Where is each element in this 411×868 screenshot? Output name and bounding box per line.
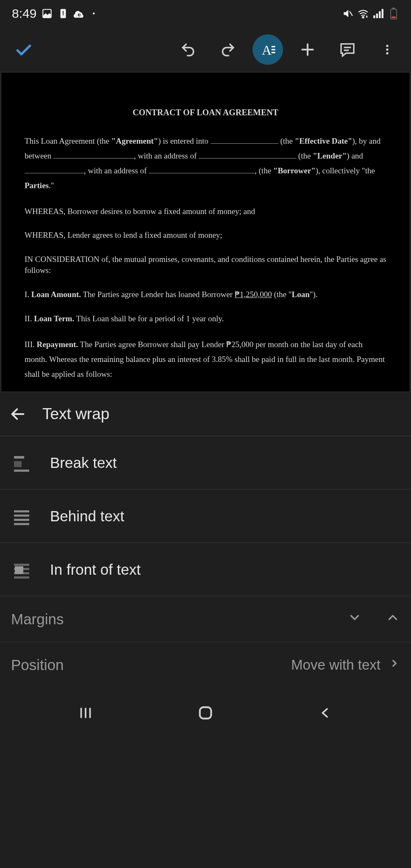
svg-rect-11 xyxy=(392,8,395,9)
image-icon xyxy=(42,8,53,19)
option-behind-text[interactable]: Behind text xyxy=(0,490,411,543)
position-value: Move with text xyxy=(291,657,380,673)
svg-rect-31 xyxy=(14,523,29,525)
svg-point-21 xyxy=(386,45,389,47)
svg-text:A: A xyxy=(262,43,272,58)
svg-point-23 xyxy=(386,52,389,55)
svg-rect-12 xyxy=(392,17,395,18)
option-label: Break text xyxy=(50,454,117,471)
decrease-button[interactable] xyxy=(347,610,362,628)
svg-rect-26 xyxy=(14,461,22,467)
doc-section-3: III. Repayment. The Parties agree Borrow… xyxy=(25,337,386,381)
svg-rect-6 xyxy=(373,15,375,18)
signal-icon xyxy=(373,8,384,19)
document-canvas[interactable]: CONTRACT OF LOAN AGREEMENT This Loan Agr… xyxy=(1,72,410,392)
recents-button[interactable] xyxy=(69,702,103,723)
svg-rect-28 xyxy=(14,510,29,512)
back-button[interactable] xyxy=(9,406,26,423)
behind-text-icon xyxy=(11,506,32,527)
svg-point-5 xyxy=(362,17,364,18)
more-button[interactable] xyxy=(372,34,403,65)
done-button[interactable] xyxy=(8,34,39,65)
comment-button[interactable] xyxy=(332,34,363,65)
battery-icon xyxy=(388,8,399,19)
break-text-icon xyxy=(11,452,32,473)
doc-section-2: II. Loan Term. This Loan shall be for a … xyxy=(25,313,386,325)
position-label: Position xyxy=(11,657,64,673)
margins-row[interactable]: Margins xyxy=(0,596,411,642)
status-left: 8:49 ! • xyxy=(12,6,95,21)
svg-rect-40 xyxy=(200,707,211,719)
svg-rect-7 xyxy=(376,14,378,18)
sheet-title: Text wrap xyxy=(42,405,109,423)
doc-title: CONTRACT OF LOAN AGREEMENT xyxy=(25,106,386,118)
svg-text:!: ! xyxy=(62,9,64,17)
editor-toolbar: A xyxy=(0,27,411,72)
svg-rect-29 xyxy=(14,515,29,517)
redo-button[interactable] xyxy=(213,34,243,65)
wifi-icon xyxy=(358,8,369,19)
in-front-text-icon xyxy=(11,559,32,580)
option-break-text[interactable]: Break text xyxy=(0,436,411,490)
svg-rect-25 xyxy=(14,456,24,459)
mute-icon xyxy=(342,8,353,19)
option-label: In front of text xyxy=(50,561,141,578)
undo-button[interactable] xyxy=(173,34,203,65)
status-bar: 8:49 ! • xyxy=(0,0,411,27)
svg-rect-9 xyxy=(382,9,383,18)
svg-rect-36 xyxy=(15,566,23,574)
navigation-bar xyxy=(0,688,411,738)
back-nav-button[interactable] xyxy=(308,702,342,723)
home-button[interactable] xyxy=(189,702,222,723)
position-row[interactable]: Position Move with text xyxy=(0,642,411,688)
margins-label: Margins xyxy=(11,611,64,628)
option-in-front-of-text[interactable]: In front of text xyxy=(0,543,411,596)
svg-rect-35 xyxy=(14,576,29,579)
svg-rect-30 xyxy=(14,519,29,521)
doc-section-1: I. Loan Amount. The Parties agree Lender… xyxy=(25,289,386,300)
status-time: 8:49 xyxy=(12,6,36,21)
doc-whereas1: WHEREAS, Borrower desires to borrow a fi… xyxy=(25,206,386,217)
alert-icon: ! xyxy=(58,8,69,19)
svg-rect-8 xyxy=(379,11,380,18)
option-label: Behind text xyxy=(50,508,124,525)
text-wrap-sheet: Text wrap Break text Behind text In fron… xyxy=(0,392,411,688)
cloud-sync-icon xyxy=(74,8,85,19)
notification-dot-icon: • xyxy=(92,10,95,17)
sheet-header: Text wrap xyxy=(0,392,411,436)
doc-intro: This Loan Agreement (the "Agreement") is… xyxy=(25,134,386,193)
insert-button[interactable] xyxy=(292,34,323,65)
format-button[interactable]: A xyxy=(253,34,283,65)
svg-rect-32 xyxy=(14,564,29,566)
status-right xyxy=(342,8,399,19)
svg-point-22 xyxy=(386,48,389,51)
svg-rect-27 xyxy=(14,470,29,472)
doc-consideration: IN CONSIDERATION of, the mutual promises… xyxy=(25,254,386,276)
chevron-right-icon xyxy=(389,656,400,674)
increase-button[interactable] xyxy=(386,610,400,628)
svg-line-4 xyxy=(350,11,353,16)
doc-whereas2: WHEREAS, Lender agrees to lend a fixed a… xyxy=(25,230,386,241)
